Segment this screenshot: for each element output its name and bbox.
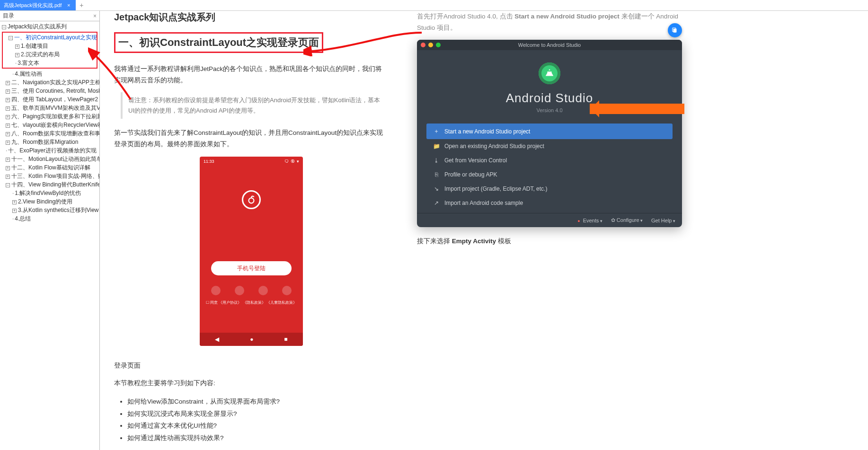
tree-c1-3[interactable]: ·3.富文本 [3,59,97,67]
tree-c4[interactable]: +四、使用 TabLayout，ViewPager2 ，Recy [0,95,99,104]
wechat-icon [211,286,221,295]
tree-c14-3[interactable]: +3.从Kotlin synthetics迁移到View Bindin [0,206,99,214]
weibo-icon [258,286,268,295]
nav-back-icon: ◀ [215,336,219,343]
outline-tree[interactable]: −Jetpack知识点实战系列 −一、初识ConstraintLayout之实现… [0,21,99,450]
as-action-list: ＋Start a new Android Studio project 📁Ope… [417,124,682,210]
list-item: 如何通过富文本来优化UI性能? [127,420,389,432]
android-studio-window: Welcome to Android Studio Android Studio… [417,40,682,227]
netease-icon [282,286,292,295]
phone-terms: ☐ 同意 《用户协议》 《隐私政策》 《儿童隐私政策》 [200,298,303,308]
phone-login-button: 手机号登陆 [211,261,292,275]
phone-nav-bar: ◀ ● ■ [200,333,303,346]
as-item-sample[interactable]: ↗Import an Android code sample [426,196,673,210]
plus-icon: ＋ [433,127,440,135]
phone-time: 11:33 [204,159,214,164]
as-version: Version 4.0 [536,107,562,113]
next-step: 接下来选择 Empty Activity 模板 [417,236,691,247]
tree-c9[interactable]: +九、Room数据库Migration [0,138,99,146]
pdf-content[interactable]: Jetpack知识点实战系列 一、初识ConstraintLayout之实现登录… [100,11,868,450]
series-title: Jetpack知识点实战系列 [114,11,389,24]
tree-c14-2[interactable]: +2.View Binding的使用 [0,197,99,206]
tree-c7[interactable]: +七、vlayout嵌套横向RecyclerView和Banne [0,121,99,129]
as-events-button[interactable]: Events [577,218,602,223]
as-titlebar: Welcome to Android Studio [417,40,682,50]
as-item-apk[interactable]: ⎘Profile or debug APK [426,168,673,182]
pdf-tab[interactable]: 高级Jetpack强化实战.pdf × [0,0,76,10]
tab-bar: 高级Jetpack强化实战.pdf × + [0,0,868,11]
nav-home-icon: ● [250,336,253,343]
right-intro: 首先打开Android Studio 4.0, 点击 Start a new A… [417,13,678,31]
section-title-box: 一、初识ConstraintLayout之实现登录页面 [114,32,323,53]
svg-point-0 [249,198,254,203]
tree-c1-4[interactable]: ·4.属性动画 [0,70,99,78]
close-icon[interactable]: × [65,2,72,9]
as-window-title: Welcome to Android Studio [417,42,682,48]
app-body: 目录 × −Jetpack知识点实战系列 −一、初识ConstraintLayo… [0,11,868,450]
tree-c5[interactable]: +五、歌单页面MVVM架构改造及其ViewMod [0,104,99,112]
sidebar-close-icon[interactable]: × [93,13,97,19]
tree-c10[interactable]: ·十、ExoPlayer进行视频播放的实现 [0,146,99,155]
tab-label: 高级Jetpack强化实战.pdf [4,2,62,9]
folder-icon: 📁 [433,143,440,150]
list-item: 如何实现沉浸式布局来实现全屏显示? [127,408,389,420]
as-item-vcs[interactable]: ⭳Get from Version Control [426,153,673,168]
phone-social-icons [200,283,303,298]
tree-c14-1[interactable]: ·1.解决findViewById的忧伤 [0,189,99,197]
phone-status-icons: 🗨⦿▾ [284,159,299,164]
section-title: 一、初识ConstraintLayout之实现登录页面 [115,34,322,52]
page-right: 首先打开Android Studio 4.0, 点击 Start a new A… [403,11,706,450]
page-left: Jetpack知识点实战系列 一、初识ConstraintLayout之实现登录… [100,11,403,450]
sample-icon: ↗ [433,200,440,206]
copy-icon [672,27,678,34]
tree-c1-2[interactable]: +2.沉浸式的布局 [3,50,97,59]
fab-button[interactable] [668,23,682,37]
tree-root[interactable]: −Jetpack知识点实战系列 [0,22,99,31]
learn-intro: 本节教程您主要将学习到如下内容: [114,378,389,389]
tree-c6[interactable]: +六、Paging实现加载更多和下拉刷新，错误 [0,112,99,121]
as-help-button[interactable]: Get Help [651,218,675,223]
list-item: 如何给View添加Constraint，从而实现界面布局需求? [127,396,389,408]
as-item-open[interactable]: 📁Open an existing Android Studio project [426,139,673,153]
outline-sidebar: 目录 × −Jetpack知识点实战系列 −一、初识ConstraintLayo… [0,11,100,450]
netease-logo-icon [242,190,261,209]
as-item-import[interactable]: ↘Import project (Gradle, Eclipse ADT, et… [426,182,673,196]
note-block: 请注意：系列教程的假设前提是希望您有入门级别的Android开发技能，譬如Kot… [121,92,389,119]
tree-c1-1[interactable]: +1.创建项目 [3,42,97,50]
nav-recent-icon: ■ [284,336,287,343]
list-item: 如何通过属性动画实现抖动效果? [127,432,389,444]
as-configure-button[interactable]: ✿ Configure [611,217,643,223]
sidebar-title: 目录 [3,12,14,20]
as-item-new-project[interactable]: ＋Start a new Android Studio project [426,124,673,139]
tree-c12[interactable]: +十二、Kotlin Flow基础知识详解 [0,163,99,172]
tree-c2[interactable]: +二、Navigation实践之实现APP主框架以及N [0,78,99,87]
tree-c14-4[interactable]: ·4.总结 [0,214,99,223]
as-name: Android Studio [506,91,593,106]
download-icon: ⭳ [433,157,440,164]
tree-c8[interactable]: +八、Room数据库实现增删改查和事务处理 [0,129,99,138]
import-icon: ↘ [433,185,440,192]
phone-mockup: 11:33 🗨⦿▾ 手机号登陆 [200,157,303,346]
login-caption: 登录页面 [114,360,389,371]
apk-icon: ⎘ [433,171,440,178]
tree-c11[interactable]: +十一、MotionLayout让动画如此简单 [0,155,99,163]
sidebar-title-bar: 目录 × [0,11,99,21]
tree-c3[interactable]: +三、使用 Coroutines, Retrofit, Moshi实现网 [0,87,99,95]
as-footer: Events ✿ Configure Get Help [417,213,682,227]
paragraph: 第一节实战我们首先来了解ConstraintLayout的知识，并且用Const… [114,127,389,150]
qq-icon [235,286,244,295]
learn-bullets: 如何给View添加Constraint，从而实现界面布局需求? 如何实现沉浸式布… [124,396,389,444]
tree-c13[interactable]: +十三、Kotlin Flow项目实战-网络、数据库和 [0,172,99,180]
paragraph: 我将通过一系列教程讲解利用JetPack的各个知识点，熟悉和巩固各个知识点的同时… [114,63,389,86]
tree-c14[interactable]: −十四、View Binding替代ButterKnife和Kotli [0,180,99,189]
new-tab-button[interactable]: + [76,0,87,10]
phone-status-bar: 11:33 🗨⦿▾ [200,157,303,166]
tree-c1[interactable]: −一、初识ConstraintLayout之实现登录页面 [3,33,97,42]
android-studio-logo-icon [539,62,560,84]
annotation-highlight-arrow [590,104,684,114]
